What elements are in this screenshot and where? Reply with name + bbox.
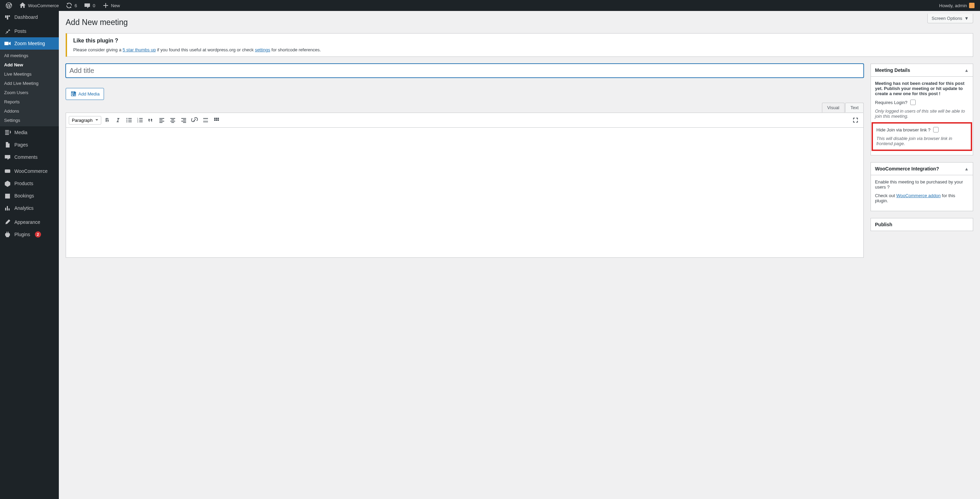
editor-textarea[interactable] <box>66 128 864 258</box>
add-media-button[interactable]: Add Media <box>66 88 104 100</box>
menu-bookings[interactable]: Bookings <box>0 190 59 202</box>
hide-browser-checkbox[interactable] <box>933 127 939 132</box>
italic-button[interactable] <box>113 115 123 125</box>
add-media-label: Add Media <box>78 91 100 97</box>
svg-point-2 <box>72 92 73 93</box>
link-button[interactable] <box>189 115 200 125</box>
woo-checkout-text: Check out WooCommerce addon for this plu… <box>875 193 969 203</box>
admin-menu: Dashboard Posts Zoom Meeting All meeting… <box>0 11 59 499</box>
submenu-add-live-meeting[interactable]: Add Live Meeting <box>0 79 59 88</box>
comments-link[interactable]: 0 <box>81 0 98 11</box>
svg-rect-18 <box>159 122 162 123</box>
align-center-button[interactable] <box>168 115 178 125</box>
svg-rect-1 <box>5 194 10 199</box>
woo-integration-toggle[interactable]: WooCommerce Integration? ▲ <box>871 163 973 175</box>
comments-icon <box>4 154 11 161</box>
media-icon <box>4 129 11 136</box>
plugins-badge: 2 <box>35 231 41 238</box>
submenu-add-new[interactable]: Add New <box>0 60 59 70</box>
new-content-link[interactable]: New <box>100 0 123 11</box>
bullet-list-button[interactable] <box>124 115 134 125</box>
format-select[interactable]: Paragraph <box>69 116 101 124</box>
meeting-details-message: Meeting has not been created for this po… <box>875 81 969 96</box>
toolbar-toggle-button[interactable] <box>212 115 222 125</box>
align-left-button[interactable] <box>157 115 167 125</box>
svg-rect-26 <box>183 122 186 123</box>
menu-appearance[interactable]: Appearance <box>0 216 59 228</box>
wp-logo[interactable] <box>3 0 15 11</box>
submenu-zoom-users[interactable]: Zoom Users <box>0 88 59 97</box>
editor-tab-visual[interactable]: Visual <box>822 103 844 113</box>
woo-enable-text: Enable this meeting to be purchased by y… <box>875 179 969 190</box>
bold-button[interactable] <box>102 115 112 125</box>
svg-rect-13 <box>139 120 143 121</box>
svg-rect-31 <box>216 118 217 119</box>
fullscreen-button[interactable] <box>850 115 861 125</box>
menu-dashboard[interactable]: Dashboard <box>0 11 59 23</box>
menu-zoom-meeting[interactable]: Zoom Meeting <box>0 37 59 49</box>
postbox-title: WooCommerce Integration? <box>875 166 939 171</box>
comments-count: 0 <box>93 3 95 8</box>
notice-title: Like this plugin ? <box>73 38 967 44</box>
notice-settings-link[interactable]: settings <box>255 47 270 53</box>
notice-text: Please consider giving a 5 star thumbs u… <box>73 47 967 53</box>
submenu-all-meetings[interactable]: All meetings <box>0 51 59 60</box>
svg-point-4 <box>127 120 127 121</box>
postbox-title: Publish <box>875 222 892 227</box>
svg-rect-7 <box>128 120 132 121</box>
publish-toggle[interactable]: Publish <box>871 218 973 231</box>
brush-icon <box>4 219 11 226</box>
editor-tab-text[interactable]: Text <box>845 103 864 112</box>
menu-analytics[interactable]: Analytics <box>0 202 59 214</box>
menu-pages[interactable]: Pages <box>0 139 59 151</box>
svg-rect-30 <box>214 118 215 119</box>
menu-label: Appearance <box>14 219 40 225</box>
submenu-reports[interactable]: Reports <box>0 97 59 107</box>
menu-label: WooCommerce <box>14 168 48 174</box>
submenu-addons[interactable]: Addons <box>0 107 59 116</box>
requires-login-description: Only logged in users of this site will b… <box>875 108 969 119</box>
requires-login-checkbox[interactable] <box>910 100 916 105</box>
account-link[interactable]: Howdy, admin <box>937 0 977 11</box>
menu-plugins[interactable]: Plugins 2 <box>0 228 59 241</box>
plugin-icon <box>4 231 11 238</box>
editor: Visual Text Paragraph 123 <box>66 103 864 258</box>
post-title-input[interactable] <box>66 64 864 78</box>
submenu-live-meetings[interactable]: Live Meetings <box>0 70 59 79</box>
menu-media[interactable]: Media <box>0 126 59 139</box>
updates-link[interactable]: 6 <box>63 0 80 11</box>
comment-icon <box>84 2 91 9</box>
svg-rect-0 <box>5 169 10 173</box>
svg-rect-12 <box>139 118 143 119</box>
svg-rect-23 <box>181 118 186 119</box>
submenu-settings[interactable]: Settings <box>0 116 59 125</box>
numbered-list-button[interactable]: 123 <box>135 115 145 125</box>
svg-rect-24 <box>183 120 186 120</box>
site-name: WooCommerce <box>28 3 59 8</box>
menu-posts[interactable]: Posts <box>0 25 59 37</box>
site-name-link[interactable]: WooCommerce <box>16 0 62 11</box>
menu-label: Bookings <box>14 193 34 199</box>
menu-woocommerce[interactable]: WooCommerce <box>0 165 59 177</box>
align-right-button[interactable] <box>178 115 189 125</box>
svg-rect-32 <box>218 118 219 119</box>
svg-rect-29 <box>203 121 208 122</box>
svg-rect-16 <box>159 120 162 120</box>
chevron-down-icon: ▼ <box>964 16 969 21</box>
notice-thumbs-up-link[interactable]: 5 star thumbs up <box>123 47 156 53</box>
media-add-icon <box>70 90 76 97</box>
read-more-button[interactable] <box>200 115 211 125</box>
menu-products[interactable]: Products <box>0 177 59 190</box>
video-icon <box>4 40 11 47</box>
publish-box: Publish <box>870 218 973 231</box>
menu-comments[interactable]: Comments <box>0 151 59 163</box>
screen-options-toggle[interactable]: Screen Options ▼ <box>928 14 973 23</box>
quote-button[interactable] <box>146 115 156 125</box>
meeting-details-toggle[interactable]: Meeting Details ▲ <box>871 64 973 77</box>
home-icon <box>19 2 26 9</box>
woo-addon-link[interactable]: WooCommerce addon <box>896 193 941 198</box>
svg-rect-27 <box>203 118 208 119</box>
screen-options-wrap: Screen Options ▼ <box>928 14 973 23</box>
postbox-title: Meeting Details <box>875 67 910 73</box>
wordpress-icon <box>5 2 12 9</box>
